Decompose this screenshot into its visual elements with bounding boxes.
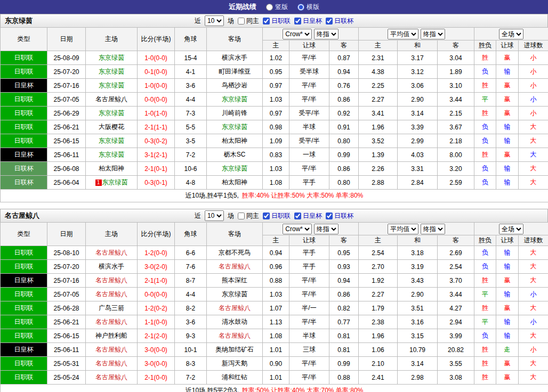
layout-vertical-option[interactable]: 竖版	[266, 3, 288, 12]
score[interactable]: 1-1(0-0)	[138, 315, 175, 329]
same-home-checkbox[interactable]	[238, 213, 245, 219]
filter-emperor-cup[interactable]: 日皇杯	[294, 17, 322, 26]
layout-horizontal-option[interactable]: 横版	[297, 3, 319, 12]
filter-jleague[interactable]: 日职联	[263, 17, 291, 26]
odds-source-select[interactable]: Crow*	[283, 224, 312, 234]
average-select[interactable]: 平均值	[388, 224, 418, 234]
home-team[interactable]: 名古屋鲸八	[86, 315, 138, 329]
score[interactable]: 2-1(1-1)	[138, 120, 175, 134]
score[interactable]: 3-0(2-0)	[138, 260, 175, 274]
result-handicap: 赢	[496, 107, 519, 120]
jleague-checkbox[interactable]	[263, 213, 270, 219]
home-team[interactable]: 名古屋鲸八	[86, 246, 138, 260]
emperor-cup-checkbox[interactable]	[294, 18, 301, 24]
league-badge: 日职联	[1, 93, 47, 107]
same-home-filter[interactable]: 同主	[238, 211, 259, 220]
horizontal-radio[interactable]	[297, 4, 304, 11]
away-team[interactable]: 名古屋鲸八	[207, 301, 263, 315]
away-team[interactable]: 横滨水手	[207, 51, 263, 65]
average-select[interactable]: 平均值	[388, 29, 418, 39]
score[interactable]: 3-0(0-0)	[138, 357, 175, 371]
filter-emperor-cup[interactable]: 日皇杯	[294, 211, 322, 220]
away-team[interactable]: 名古屋鲸八	[207, 329, 263, 343]
home-team[interactable]: 1东京绿茵	[86, 176, 138, 190]
home-team[interactable]: 名古屋鲸八	[86, 288, 138, 301]
score[interactable]: 0-0(0-0)	[138, 93, 175, 107]
score[interactable]: 3-1(2-1)	[138, 148, 175, 162]
away-odds: 0.77	[329, 315, 359, 329]
home-team[interactable]: 东京绿茵	[86, 148, 138, 162]
score[interactable]: 1-2(0-2)	[138, 301, 175, 315]
emperor-cup-checkbox[interactable]	[294, 213, 301, 219]
away-team[interactable]: 东京绿茵	[207, 120, 263, 134]
score[interactable]: 1-0(0-0)	[138, 79, 175, 93]
filter-jleague[interactable]: 日职联	[263, 211, 291, 220]
away-team[interactable]: 町田泽维亚	[207, 65, 263, 79]
corner-count: 3-6	[175, 79, 207, 93]
avg-away-odds: 2.59	[438, 176, 474, 190]
home-team[interactable]: 大阪樱花	[86, 120, 138, 134]
final-index-select-2[interactable]: 终指	[421, 224, 445, 234]
away-team[interactable]: 熊本深红	[207, 274, 263, 288]
away-team[interactable]: 奥纳加结矿石	[207, 343, 263, 357]
score[interactable]: 0-1(0-0)	[138, 65, 175, 79]
jleague-checkbox[interactable]	[263, 18, 270, 24]
home-team[interactable]: 名古屋鲸八	[86, 274, 138, 288]
score[interactable]: 2-1(1-0)	[138, 274, 175, 288]
home-team[interactable]: 名古屋鲸八	[86, 343, 138, 357]
home-team[interactable]: 柏太阳神	[86, 162, 138, 176]
away-team[interactable]: 东京绿茵	[207, 288, 263, 301]
rounds-select[interactable]: 10	[205, 15, 224, 26]
league-cup-checkbox[interactable]	[326, 213, 333, 219]
away-team[interactable]: 枥木SC	[207, 148, 263, 162]
vertical-radio[interactable]	[266, 4, 273, 11]
score[interactable]: 0-3(0-2)	[138, 134, 175, 148]
final-index-select[interactable]: 终指	[314, 29, 339, 39]
score[interactable]: 3-0(0-0)	[138, 343, 175, 357]
away-team[interactable]: 新泻天鹅	[207, 357, 263, 371]
full-match-select[interactable]: 全场	[499, 29, 523, 39]
league-cup-checkbox[interactable]	[326, 18, 333, 24]
match-date: 25-08-09	[47, 51, 86, 65]
away-team[interactable]: 川崎前锋	[207, 107, 263, 120]
away-team[interactable]: 清水鼓动	[207, 315, 263, 329]
away-team[interactable]: 东京绿茵	[207, 93, 263, 107]
home-team[interactable]: 东京绿茵	[86, 79, 138, 93]
final-index-select[interactable]: 终指	[314, 224, 339, 234]
away-team[interactable]: 浦和红钻	[207, 371, 263, 385]
full-match-select[interactable]: 全场	[499, 224, 523, 234]
away-team[interactable]: 鸟栖沙岩	[207, 79, 263, 93]
score[interactable]: 2-1(0-0)	[138, 371, 175, 385]
away-team[interactable]: 柏太阳神	[207, 134, 263, 148]
odds-source-select[interactable]: Crow*	[283, 29, 312, 39]
final-index-select-2[interactable]: 终指	[421, 29, 445, 39]
score[interactable]: 1-2(0-0)	[138, 246, 175, 260]
score[interactable]: 0-3(0-1)	[138, 176, 175, 190]
filter-league-cup[interactable]: 日联杯	[326, 211, 353, 220]
score[interactable]: 2-1(2-0)	[138, 329, 175, 343]
same-home-filter[interactable]: 同主	[238, 17, 259, 26]
home-team[interactable]: 东京绿茵	[86, 51, 138, 65]
home-team[interactable]: 广岛三箭	[86, 301, 138, 315]
score[interactable]: 0-0(0-0)	[138, 288, 175, 301]
away-odds: 0.76	[329, 79, 359, 93]
rounds-select[interactable]: 10	[205, 210, 224, 221]
away-team[interactable]: 京都不死鸟	[207, 246, 263, 260]
match-date: 25-07-20	[47, 260, 86, 274]
home-team[interactable]: 横滨水手	[86, 260, 138, 274]
away-team[interactable]: 柏太阳神	[207, 176, 263, 190]
home-team[interactable]: 名古屋鲸八	[86, 93, 138, 107]
away-team[interactable]: 东京绿茵	[207, 162, 263, 176]
home-team[interactable]: 东京绿茵	[86, 65, 138, 79]
score[interactable]: 1-0(0-0)	[138, 51, 175, 65]
same-home-checkbox[interactable]	[238, 18, 245, 24]
away-team[interactable]: 名古屋鲸八	[207, 260, 263, 274]
home-team[interactable]: 名古屋鲸八	[86, 357, 138, 371]
score[interactable]: 2-1(0-1)	[138, 162, 175, 176]
home-team[interactable]: 东京绿茵	[86, 107, 138, 120]
filter-league-cup[interactable]: 日联杯	[326, 17, 353, 26]
home-team[interactable]: 名古屋鲸八	[86, 371, 138, 385]
score[interactable]: 1-0(1-0)	[138, 107, 175, 120]
home-team[interactable]: 东京绿茵	[86, 134, 138, 148]
home-team[interactable]: 神户胜利船	[86, 329, 138, 343]
